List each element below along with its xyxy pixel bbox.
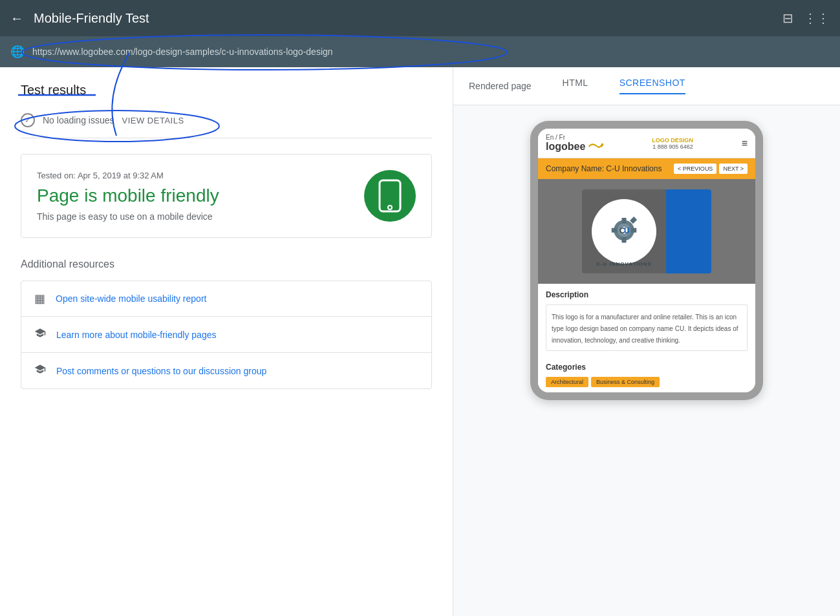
lb-tags: Architectural Business & Consulting bbox=[546, 377, 748, 387]
result-card: Tested on: Apr 5, 2019 at 9:32 AM Page i… bbox=[21, 154, 432, 238]
mobile-friendly-title: Page is mobile friendly bbox=[37, 186, 349, 206]
learn-icon bbox=[34, 327, 46, 342]
apps-icon[interactable]: ⋮⋮ bbox=[804, 10, 830, 26]
feedback-icon[interactable]: ⊟ bbox=[782, 10, 793, 26]
check-icon: ✓ bbox=[21, 113, 35, 127]
lb-categories-section: Categories Architectural Business & Cons… bbox=[538, 357, 755, 392]
lb-logo-left: C U C-U INNOVATIONS bbox=[582, 189, 666, 273]
resource-text-3: Post comments or questions to our discus… bbox=[56, 366, 266, 376]
svg-rect-12 bbox=[612, 228, 618, 233]
tab-html[interactable]: HTML bbox=[563, 78, 588, 94]
right-panel-header: Rendered page HTML SCREENSHOT bbox=[453, 67, 840, 105]
view-details-button[interactable]: VIEW DETAILS bbox=[122, 116, 184, 125]
lb-logo-card: C U C-U INNOVATIONS bbox=[582, 189, 711, 273]
lb-company-name: Company Name: C-U Innovations bbox=[546, 164, 662, 173]
section-title: Test results bbox=[21, 83, 432, 98]
resources-list: ▦ Open site-wide mobile usability report… bbox=[21, 281, 432, 389]
resource-item-2[interactable]: Learn more about mobile-friendly pages bbox=[21, 317, 431, 353]
resource-item-3[interactable]: Post comments or questions to our discus… bbox=[21, 353, 431, 388]
lb-next-button[interactable]: NEXT > bbox=[719, 164, 748, 174]
lb-prev-button[interactable]: < PREVIOUS bbox=[674, 164, 716, 174]
lb-desc-text: This logo is for a manufacturer and onli… bbox=[552, 313, 738, 344]
resource-text-1: Open site-wide mobile usability report bbox=[56, 293, 206, 304]
resource-text-2: Learn more about mobile-friendly pages bbox=[56, 330, 216, 340]
phone-mockup: En / Fr logobee bbox=[530, 121, 763, 400]
tag-business-consulting: Business & Consulting bbox=[591, 377, 660, 387]
additional-resources-title: Additional resources bbox=[21, 259, 432, 270]
back-button[interactable]: ← bbox=[10, 11, 23, 26]
svg-rect-10 bbox=[622, 237, 627, 243]
lb-logo-name: C-U INNOVATIONS bbox=[596, 261, 652, 267]
report-icon: ▦ bbox=[34, 292, 45, 306]
additional-resources: Additional resources ▦ Open site-wide mo… bbox=[21, 259, 432, 389]
svg-rect-14 bbox=[630, 217, 637, 224]
lb-logo-text: logobee bbox=[546, 141, 585, 153]
no-loading-text: No loading issues bbox=[43, 115, 114, 125]
lb-desc-title: Description bbox=[546, 290, 748, 299]
url-text: https://www.logobee.com/logo-design-samp… bbox=[32, 47, 333, 57]
rendered-page-label: Rendered page bbox=[469, 81, 532, 91]
discuss-icon bbox=[34, 363, 46, 378]
lb-header: En / Fr logobee bbox=[538, 129, 755, 158]
tab-screenshot[interactable]: SCREENSHOT bbox=[619, 78, 685, 94]
svg-rect-11 bbox=[631, 228, 637, 233]
lb-categories-title: Categories bbox=[546, 363, 748, 372]
lb-phone-num: 1 888 905 6462 bbox=[652, 143, 693, 150]
lb-banner: Company Name: C-U Innovations < PREVIOUS… bbox=[538, 158, 755, 179]
tested-on-text: Tested on: Apr 5, 2019 at 9:32 AM bbox=[37, 171, 349, 180]
lb-logo-design: LOGO DESIGN bbox=[652, 137, 693, 143]
svg-rect-4 bbox=[383, 185, 397, 203]
status-bar: ✓ No loading issues VIEW DETAILS bbox=[21, 113, 432, 138]
lb-menu-button[interactable]: ≡ bbox=[742, 138, 748, 149]
phone-screen: En / Fr logobee bbox=[538, 129, 755, 392]
lb-logo-circle: C U bbox=[592, 199, 656, 264]
svg-text:U: U bbox=[624, 226, 630, 235]
lb-logo-display: C U C-U INNOVATIONS bbox=[538, 179, 755, 284]
mobile-icon bbox=[364, 170, 416, 222]
lb-lang: En / Fr bbox=[546, 134, 603, 141]
right-panel: Rendered page HTML SCREENSHOT En / Fr lo… bbox=[453, 67, 840, 616]
page-title: Mobile-Friendly Test bbox=[34, 11, 772, 26]
phone-wrapper: En / Fr logobee bbox=[453, 105, 840, 416]
resource-item-1[interactable]: ▦ Open site-wide mobile usability report bbox=[21, 281, 431, 317]
tag-architectural: Architectural bbox=[546, 377, 588, 387]
lb-desc-section: Description This logo is for a manufactu… bbox=[538, 284, 755, 357]
mobile-friendly-desc: This page is easy to use on a mobile dev… bbox=[37, 211, 349, 222]
lb-logo-right bbox=[666, 189, 711, 273]
main-content: Test results ✓ No loading issues VIEW DE… bbox=[0, 67, 840, 616]
left-panel: Test results ✓ No loading issues VIEW DE… bbox=[0, 67, 453, 616]
url-bar: 🌐 https://www.logobee.com/logo-design-sa… bbox=[0, 36, 840, 67]
svg-rect-9 bbox=[622, 218, 627, 224]
lb-desc-box: This logo is for a manufacturer and onli… bbox=[546, 304, 748, 351]
top-bar: ← Mobile-Friendly Test ⊟ ⋮⋮ bbox=[0, 0, 840, 36]
globe-icon: 🌐 bbox=[10, 45, 25, 59]
svg-point-5 bbox=[388, 206, 392, 209]
